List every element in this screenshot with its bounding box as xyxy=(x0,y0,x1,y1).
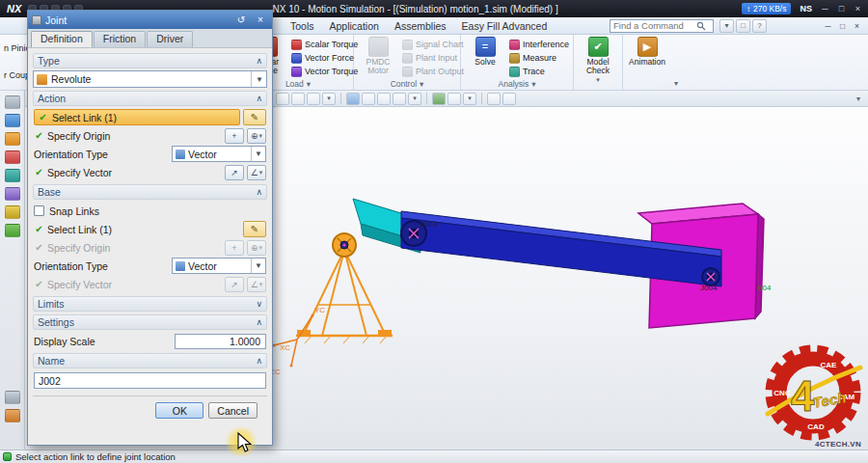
ribbon-item-animation[interactable]: ▶ Animation xyxy=(625,35,669,77)
snap-intersection-icon[interactable]: ▾ xyxy=(322,93,336,105)
snap-links-checkbox[interactable] xyxy=(34,205,44,216)
action-specify-origin-field[interactable]: ✔ Specify Origin xyxy=(34,130,222,142)
base-select-link-field[interactable]: ✔ Select Link (1) xyxy=(34,224,240,235)
web-browser-icon[interactable] xyxy=(5,205,20,219)
base-specify-vector-field[interactable]: ✔ Specify Vector xyxy=(34,279,222,290)
window-layout-icon[interactable] xyxy=(502,93,516,105)
analysis-group-label[interactable]: Analysis▾ xyxy=(463,78,571,90)
vector-icon xyxy=(176,261,185,271)
tab-definition[interactable]: Definition xyxy=(31,31,93,47)
ribbon-item-vector-torque[interactable]: Vector Torque xyxy=(289,65,351,78)
doc-close-button[interactable]: × xyxy=(850,19,864,32)
inferred-vector-button[interactable]: ∠▾ xyxy=(247,277,266,292)
assembly-navigator-icon[interactable] xyxy=(5,95,20,109)
snap-midpoint-icon[interactable] xyxy=(307,93,320,105)
dialog-close-icon[interactable]: × xyxy=(253,14,268,27)
constraint-navigator-icon[interactable] xyxy=(5,114,20,127)
action-select-link-field[interactable]: ✔ Select Link (1) xyxy=(34,109,240,125)
ribbon-item-signal-chart[interactable]: Signal Chart xyxy=(400,38,458,51)
ribbon-item-scalar-torque[interactable]: Scalar Torque xyxy=(289,38,351,51)
action-orientation-select[interactable]: Vector ▼ xyxy=(172,146,266,162)
restore-button[interactable]: □ xyxy=(833,2,850,15)
tab-application[interactable]: Application xyxy=(322,20,387,32)
rotate-icon[interactable] xyxy=(393,93,406,105)
motion-navigator-icon[interactable] xyxy=(5,132,20,146)
display-scale-input[interactable] xyxy=(175,334,266,349)
toolbar-overflow-icon[interactable]: ▾ xyxy=(856,95,860,103)
joint-j002-marker[interactable] xyxy=(333,233,356,257)
inferred-point-button[interactable]: ⊕▾ xyxy=(247,240,266,256)
point-dialog-button[interactable]: + xyxy=(225,128,244,144)
ribbon-item-pmdc-motor[interactable]: PMDC Motor xyxy=(356,35,400,78)
zoom-icon[interactable] xyxy=(362,93,375,105)
tab-assemblies[interactable]: Assemblies xyxy=(387,20,454,32)
part-navigator-icon[interactable] xyxy=(5,150,20,164)
cancel-button[interactable]: Cancel xyxy=(208,402,258,419)
roles-icon[interactable] xyxy=(5,391,20,404)
doc-restore-button[interactable]: □ xyxy=(835,19,850,32)
section-base-header[interactable]: Base ∧ xyxy=(33,184,267,200)
selection-filter-icon[interactable] xyxy=(276,93,289,105)
base-specify-vector-label: Specify Vector xyxy=(47,279,112,290)
dialog-titlebar[interactable]: Joint ↺ × xyxy=(28,11,272,29)
chevron-up-icon: ∧ xyxy=(256,94,262,103)
section-name-header[interactable]: Name ∧ xyxy=(33,353,267,368)
hd3d-tools-icon[interactable] xyxy=(5,187,20,201)
vector-dialog-button[interactable]: ↗ xyxy=(225,277,244,292)
status-prompt: Select action link to define joint locat… xyxy=(15,451,176,462)
reuse-library-icon[interactable] xyxy=(5,169,20,182)
pan-icon[interactable] xyxy=(377,93,391,105)
tab-driver[interactable]: Driver xyxy=(147,31,193,47)
joint-type-select[interactable]: Revolute ▼ xyxy=(33,70,267,88)
wireframe-mode-icon[interactable] xyxy=(448,93,461,105)
point-dialog-button[interactable]: + xyxy=(225,240,244,256)
edit-link-button[interactable]: ✎ xyxy=(243,221,266,237)
section-limits-header[interactable]: Limits ∨ xyxy=(33,296,267,312)
tab-tools[interactable]: Tools xyxy=(283,20,322,32)
close-button[interactable]: × xyxy=(850,2,866,15)
shaded-mode-icon[interactable] xyxy=(432,93,446,105)
minimize-button[interactable]: ─ xyxy=(817,2,833,15)
ribbon-item-solve[interactable]: = Solve xyxy=(463,35,507,78)
joint-name-input[interactable] xyxy=(34,372,266,389)
fit-view-icon[interactable] xyxy=(346,93,360,105)
tab-friction[interactable]: Friction xyxy=(94,31,146,47)
find-command-input[interactable] xyxy=(613,20,694,31)
search-dropdown-icon[interactable]: ▾ xyxy=(719,19,734,33)
help-icon[interactable]: ? xyxy=(752,19,767,33)
control-group-label[interactable]: Control▾ xyxy=(356,78,458,90)
section-settings-header[interactable]: Settings ∧ xyxy=(33,314,267,330)
section-action-header[interactable]: Action ∧ xyxy=(33,91,267,106)
ribbon-item-plant-output[interactable]: Plant Output xyxy=(400,65,458,78)
ribbon-item-measure[interactable]: Measure xyxy=(507,51,571,65)
base-orientation-select[interactable]: Vector ▼ xyxy=(172,258,266,274)
find-command-box[interactable] xyxy=(610,19,714,33)
ribbon-item-interference[interactable]: Interference xyxy=(507,38,571,51)
ok-button[interactable]: OK xyxy=(155,402,203,419)
ribbon-item-plant-input[interactable]: Plant Input xyxy=(400,51,458,65)
tab-easy-fill-advanced[interactable]: Easy Fill Advanced xyxy=(454,20,556,32)
section-type-header[interactable]: Type ∧ xyxy=(33,53,267,68)
action-specify-vector-field[interactable]: ✔ Specify Vector xyxy=(34,167,222,178)
ribbon-item-model-check[interactable]: ✔ Model Check ▾ xyxy=(576,35,620,83)
edit-link-button[interactable]: ✎ xyxy=(243,109,266,125)
ground-link[interactable] xyxy=(296,250,393,343)
base-specify-origin-field[interactable]: ✔ Specify Origin xyxy=(34,242,222,254)
chevron-down-icon: ▼ xyxy=(251,259,262,273)
inferred-vector-button[interactable]: ∠▾ xyxy=(247,165,266,180)
show-hide-icon[interactable] xyxy=(487,93,501,105)
history-icon[interactable] xyxy=(5,224,20,237)
ribbon-collapse-icon[interactable]: ▾ xyxy=(671,35,681,90)
snap-point-icon[interactable] xyxy=(291,93,305,105)
doc-minimize-button[interactable]: ─ xyxy=(821,19,835,32)
ribbon-item-vector-force[interactable]: Vector Force xyxy=(289,51,351,65)
vector-dialog-button[interactable]: ↗ xyxy=(225,165,244,180)
window-menu-icon[interactable]: □ xyxy=(736,19,750,33)
inferred-point-button[interactable]: ⊕▾ xyxy=(247,128,266,144)
ribbon-item-trace[interactable]: Trace xyxy=(507,65,571,78)
orient-view-icon[interactable]: ▾ xyxy=(408,93,421,105)
render-style-icon[interactable]: ▾ xyxy=(463,93,476,105)
display-scale-row: Display Scale xyxy=(33,332,267,350)
system-materials-icon[interactable] xyxy=(5,409,20,422)
dialog-reset-icon[interactable]: ↺ xyxy=(233,14,249,27)
